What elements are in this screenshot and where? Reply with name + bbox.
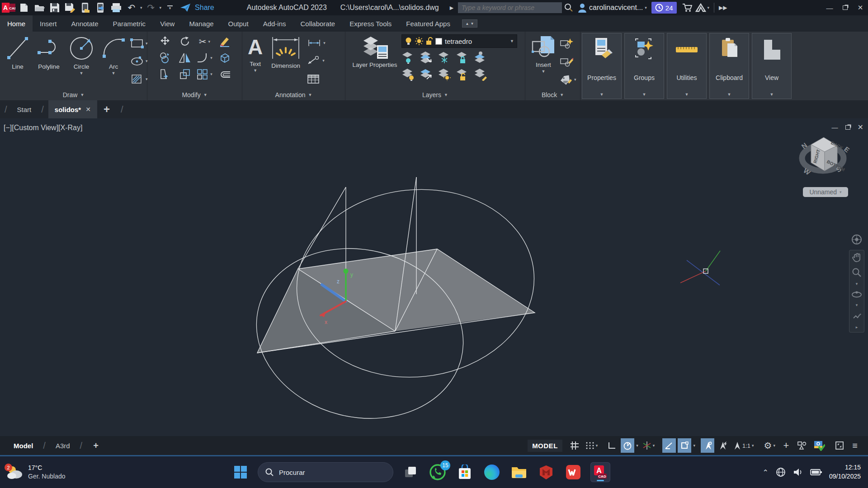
orbit-caret-icon[interactable]: ▾ bbox=[856, 303, 858, 307]
move-button[interactable] bbox=[159, 36, 171, 47]
ortho-mode-toggle[interactable] bbox=[605, 438, 619, 453]
customize-qat-button[interactable]: ▾ bbox=[163, 1, 177, 14]
viewport-controls-label[interactable]: [−][Custom View][X-Ray] bbox=[4, 124, 82, 132]
workspace-caret-icon[interactable]: ▾ bbox=[773, 444, 775, 448]
tab-annotate[interactable]: Annotate bbox=[64, 15, 106, 32]
drawing-canvas[interactable]: z y x bbox=[0, 118, 868, 436]
battery-icon[interactable] bbox=[810, 469, 822, 476]
snap-caret-icon[interactable]: ▾ bbox=[596, 444, 598, 448]
mcafee-icon[interactable] bbox=[536, 462, 556, 482]
layer-off-icon[interactable] bbox=[401, 51, 415, 64]
isodraft-caret-icon[interactable]: ▾ bbox=[653, 444, 655, 448]
trim-button[interactable]: ✂▾ bbox=[199, 36, 210, 47]
viewport-restore-icon[interactable] bbox=[845, 125, 850, 130]
block-panel-label[interactable]: Block▼ bbox=[525, 89, 580, 100]
scale-button[interactable] bbox=[179, 68, 191, 80]
utilities-panel-tile[interactable]: Utilities ▼ bbox=[667, 33, 707, 99]
tab-featured-apps[interactable]: Featured Apps bbox=[399, 15, 458, 32]
cart-icon[interactable] bbox=[680, 1, 694, 14]
tab-manage[interactable]: Manage bbox=[182, 15, 221, 32]
weather-widget[interactable]: 2 17°C Ger. Nublado bbox=[0, 464, 108, 481]
model-layout-tab[interactable]: Model bbox=[8, 442, 38, 450]
layer-isolate-icon[interactable] bbox=[420, 51, 433, 64]
circle-caret-icon[interactable]: ▼ bbox=[80, 71, 84, 75]
layers-panel-label[interactable]: Layers▼ bbox=[345, 89, 525, 100]
grid-display-toggle[interactable] bbox=[568, 438, 581, 453]
annotation-scale-button[interactable]: 1:1 ▾ bbox=[731, 438, 756, 453]
edit-block-button[interactable] bbox=[560, 56, 576, 67]
array-button[interactable]: ▾ bbox=[197, 69, 212, 80]
linear-dimension-caret-icon[interactable]: ▾ bbox=[323, 41, 326, 45]
isodraft-toggle[interactable]: ▾ bbox=[640, 438, 657, 453]
fillet-caret-icon[interactable]: ▾ bbox=[210, 56, 212, 60]
layer-turn-on-icon[interactable] bbox=[401, 68, 415, 81]
clock-widget[interactable]: 12:15 09/10/2025 bbox=[829, 463, 861, 481]
annotation-panel-label[interactable]: Annotation▼ bbox=[242, 89, 345, 100]
layer-match-icon[interactable] bbox=[420, 68, 433, 81]
object-snap-tracking-toggle[interactable] bbox=[662, 438, 676, 453]
annotation-visibility-toggle[interactable] bbox=[701, 438, 714, 453]
share-icon[interactable] bbox=[179, 1, 192, 14]
minimize-button[interactable]: — bbox=[822, 1, 837, 14]
model-space-toggle[interactable]: MODEL bbox=[528, 440, 562, 452]
user-avatar-icon[interactable] bbox=[576, 1, 589, 14]
trial-days-badge[interactable]: 24 bbox=[651, 2, 677, 14]
redo-caret-icon[interactable]: ▾ bbox=[160, 6, 162, 10]
close-document-tab-icon[interactable]: ✕ bbox=[85, 106, 91, 113]
redo-button[interactable]: ↷ bbox=[144, 1, 158, 14]
hatch-button[interactable]: ▾ bbox=[130, 73, 148, 85]
polar-caret-icon[interactable]: ▾ bbox=[636, 444, 638, 448]
view-panel-tile[interactable]: View ▼ bbox=[752, 33, 792, 99]
document-tab-solidos[interactable]: solidos* ✕ bbox=[48, 100, 97, 118]
table-button[interactable] bbox=[307, 74, 330, 84]
undo-button[interactable]: ↶ bbox=[125, 1, 138, 14]
arc-button[interactable]: Arc ▼ bbox=[98, 33, 129, 89]
layer-freeze-icon[interactable] bbox=[438, 51, 451, 64]
dimension-button[interactable]: Dimension bbox=[265, 33, 306, 89]
navbar-more-caret-icon[interactable]: ▸ bbox=[856, 325, 858, 329]
start-tab[interactable]: Start bbox=[12, 106, 37, 113]
plot-button[interactable] bbox=[109, 1, 123, 14]
open-from-web-mobile-button[interactable] bbox=[79, 1, 92, 14]
rectangle-button[interactable]: ▾ bbox=[130, 38, 148, 49]
taskbar-search[interactable]: Procurar bbox=[258, 462, 393, 482]
viewcube[interactable]: N E S W BACK RIGHT BOTTOM bbox=[797, 131, 851, 185]
undo-caret-icon[interactable]: ▾ bbox=[140, 6, 142, 10]
explode-button[interactable] bbox=[219, 52, 231, 64]
circle-button[interactable]: Circle ▼ bbox=[65, 33, 98, 89]
insert-caret-icon[interactable]: ▼ bbox=[542, 70, 546, 74]
viewport-minimize-icon[interactable]: — bbox=[832, 124, 838, 131]
drawing-viewport[interactable]: z y x [−][Custom View][X-Ray] — ✕ N E S … bbox=[0, 118, 868, 436]
user-caret-icon[interactable]: ▾ bbox=[645, 6, 647, 10]
named-view-dropdown[interactable]: Unnamed ▾ bbox=[803, 187, 848, 197]
navigation-wheel-icon[interactable] bbox=[851, 234, 863, 245]
ellipse-button[interactable]: ▾ bbox=[130, 56, 148, 66]
close-button[interactable]: ✕ bbox=[853, 1, 868, 14]
object-snap-toggle[interactable] bbox=[678, 438, 691, 453]
save-to-web-mobile-button[interactable] bbox=[94, 1, 108, 14]
stretch-button[interactable] bbox=[159, 68, 171, 80]
layer-thaw-all-icon[interactable] bbox=[438, 68, 451, 81]
annotation-monitor-plus-button[interactable]: + bbox=[779, 438, 793, 453]
tab-express-tools[interactable]: Express Tools bbox=[342, 15, 399, 32]
copy-button[interactable] bbox=[159, 52, 171, 64]
zoom-tool-icon[interactable] bbox=[852, 267, 862, 277]
tab-collaborate[interactable]: Collaborate bbox=[293, 15, 342, 32]
array-caret-icon[interactable]: ▾ bbox=[210, 72, 212, 76]
save-button[interactable] bbox=[48, 1, 61, 14]
layer-lock-icon[interactable] bbox=[456, 51, 469, 64]
layer-select-dropdown[interactable]: tetraedro ▼ bbox=[401, 34, 517, 48]
workspace-settings-button[interactable]: ⚙ ▾ bbox=[762, 438, 778, 453]
autodesk-caret-icon[interactable]: ▾ bbox=[708, 6, 710, 10]
tab-insert[interactable]: Insert bbox=[33, 15, 64, 32]
tab-parametric[interactable]: Parametric bbox=[106, 15, 153, 32]
clean-screen-button[interactable] bbox=[833, 438, 846, 453]
graphics-performance-button[interactable] bbox=[811, 438, 827, 453]
draw-panel-label[interactable]: Draw▼ bbox=[0, 89, 147, 100]
wps-office-icon[interactable] bbox=[563, 462, 583, 482]
customization-menu-button[interactable]: ≡ bbox=[848, 438, 862, 453]
zoom-caret-icon[interactable]: ▾ bbox=[856, 282, 858, 286]
whatsapp-icon[interactable]: 15 bbox=[428, 462, 448, 482]
scale-caret-icon[interactable]: ▾ bbox=[752, 444, 754, 448]
speaker-icon[interactable] bbox=[793, 468, 803, 477]
